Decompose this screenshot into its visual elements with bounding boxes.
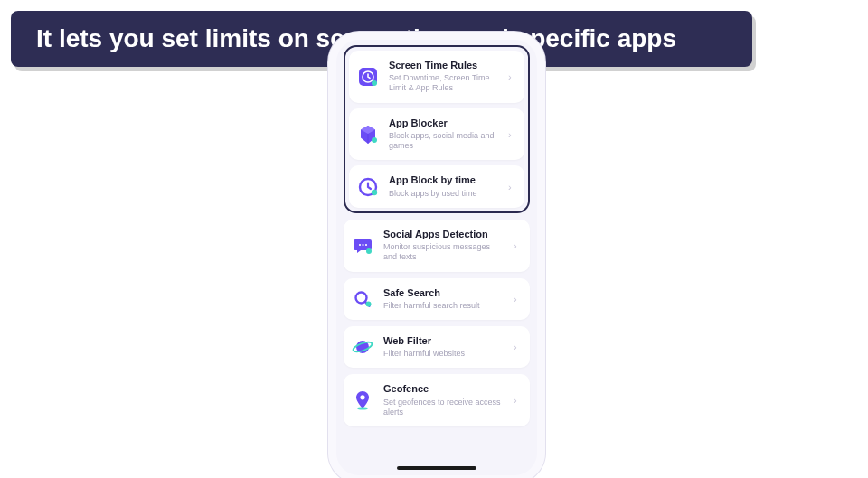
svg-point-6 — [359, 244, 361, 246]
card-text: Safe Search Filter harmful search result — [383, 287, 505, 311]
phone-mockup: Screen Time Rules Set Downtime, Screen T… — [328, 32, 545, 478]
svg-point-7 — [362, 244, 363, 246]
pin-icon — [351, 389, 374, 412]
chevron-right-icon: › — [508, 182, 517, 192]
card-sub: Set geofences to receive access alerts — [383, 398, 505, 418]
svg-point-2 — [372, 80, 377, 86]
card-title: Web Filter — [383, 335, 505, 347]
svg-point-5 — [372, 189, 377, 194]
svg-point-14 — [360, 395, 364, 399]
chat-icon — [351, 234, 374, 258]
card-title: App Blocker — [389, 117, 499, 129]
card-screen-time-rules[interactable]: Screen Time Rules Set Downtime, Screen T… — [349, 51, 524, 103]
card-title: Screen Time Rules — [389, 60, 499, 71]
card-text: Screen Time Rules Set Downtime, Screen T… — [389, 60, 499, 94]
chevron-right-icon: › — [508, 129, 517, 140]
card-text: App Blocker Block apps, social media and… — [389, 117, 499, 152]
card-app-blocker[interactable]: App Blocker Block apps, social media and… — [349, 108, 524, 161]
card-sub: Block apps, social media and games — [389, 131, 499, 152]
card-text: Web Filter Filter harmful websites — [383, 335, 505, 359]
card-web-filter[interactable]: Web Filter Filter harmful websites › — [344, 326, 530, 368]
card-safe-search[interactable]: Safe Search Filter harmful search result… — [344, 278, 530, 320]
card-title: Safe Search — [383, 287, 505, 299]
card-text: Geofence Set geofences to receive access… — [383, 383, 505, 417]
card-title: Geofence — [383, 383, 505, 395]
svg-point-15 — [357, 408, 368, 410]
chevron-right-icon: › — [514, 294, 523, 305]
search-icon — [351, 287, 374, 311]
svg-point-11 — [366, 301, 372, 306]
card-text: App Block by time Block apps by used tim… — [389, 174, 499, 198]
card-title: Social Apps Detection — [383, 229, 505, 240]
cube-icon — [356, 123, 380, 146]
card-sub: Set Downtime, Screen Time Limit & App Ru… — [389, 73, 499, 94]
highlighted-group: Screen Time Rules Set Downtime, Screen T… — [344, 45, 530, 213]
card-title: App Block by time — [389, 174, 499, 186]
clock-box-icon — [356, 65, 380, 89]
home-indicator — [397, 466, 476, 470]
card-geofence[interactable]: Geofence Set geofences to receive access… — [344, 374, 530, 426]
card-sub: Monitor suspicious messages and texts — [383, 242, 505, 263]
svg-point-3 — [372, 137, 377, 143]
svg-point-9 — [366, 248, 372, 254]
chevron-right-icon: › — [508, 71, 517, 82]
card-sub: Filter harmful search result — [383, 301, 505, 311]
clock-icon — [356, 175, 380, 199]
chevron-right-icon: › — [514, 395, 523, 406]
svg-point-8 — [365, 244, 367, 246]
card-app-block-by-time[interactable]: App Block by time Block apps by used tim… — [349, 165, 524, 207]
card-sub: Filter harmful websites — [383, 349, 505, 359]
card-social-apps-detection[interactable]: Social Apps Detection Monitor suspicious… — [344, 220, 530, 272]
chevron-right-icon: › — [514, 342, 523, 352]
card-sub: Block apps by used time — [389, 189, 499, 199]
planet-icon — [351, 335, 374, 359]
phone-content: Screen Time Rules Set Downtime, Screen T… — [336, 40, 537, 426]
card-text: Social Apps Detection Monitor suspicious… — [383, 229, 505, 263]
chevron-right-icon: › — [514, 240, 523, 251]
